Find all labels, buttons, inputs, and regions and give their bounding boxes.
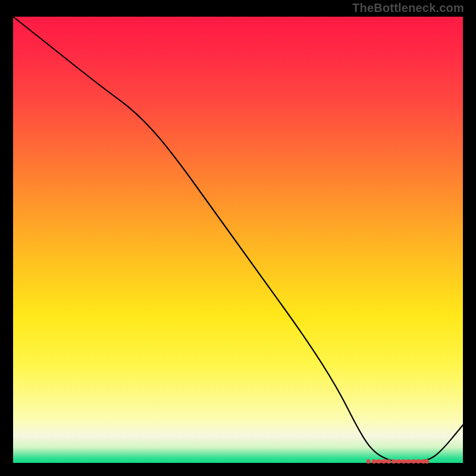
optimal-marker-dot: [367, 459, 371, 464]
attribution-watermark: TheBottleneck.com: [352, 1, 464, 15]
optimal-marker-group: [367, 459, 430, 464]
plot-area: [13, 17, 463, 463]
chart-svg: [13, 17, 463, 463]
bottleneck-curve-path: [13, 17, 463, 462]
optimal-marker-dot: [425, 459, 429, 464]
optimal-marker-dot: [392, 459, 396, 464]
chart-frame: TheBottleneck.com: [0, 0, 476, 476]
